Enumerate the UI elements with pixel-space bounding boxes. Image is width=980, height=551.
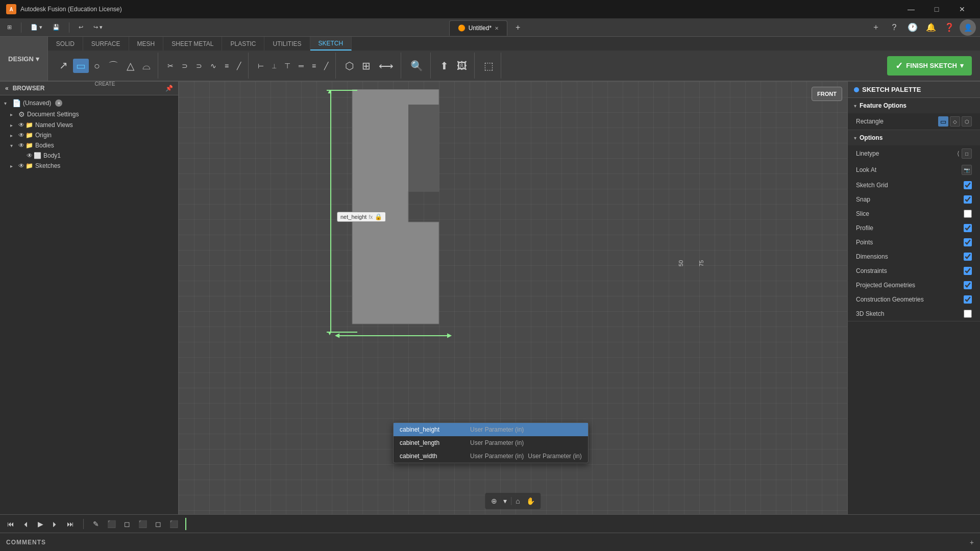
tree-named-views[interactable]: ▸ 👁 📁 Named Views: [0, 120, 178, 130]
construction-geometries-checkbox[interactable]: [964, 295, 972, 304]
viewport-tool-look[interactable]: ▾: [501, 495, 509, 507]
tab-sheet-metal[interactable]: SHEET METAL: [163, 37, 222, 51]
window-controls[interactable]: — □ ✕: [899, 0, 974, 18]
sketch-tool-3[interactable]: ◻: [121, 518, 133, 530]
tab-sketch[interactable]: SKETCH: [310, 37, 352, 51]
sketch-tool-6[interactable]: ⬛: [166, 518, 181, 530]
constraint6[interactable]: ╱: [321, 60, 331, 71]
viewport-tool-orbit[interactable]: ⊕: [489, 495, 499, 507]
view-cube[interactable]: FRONT: [812, 87, 842, 101]
create-arc-tool[interactable]: ⌒: [105, 59, 121, 73]
autocomplete-item-1[interactable]: cabinet_length User Parameter (in): [394, 436, 588, 449]
create-polygon-tool[interactable]: △: [124, 59, 137, 73]
select-tool[interactable]: ⬚: [481, 59, 497, 73]
sketch-tool-1[interactable]: ✎: [90, 518, 102, 530]
design-mode-button[interactable]: DESIGN ▾: [0, 37, 48, 81]
tree-root[interactable]: ▾ 📄 (Unsaved) ●: [0, 97, 178, 109]
new-tab-button[interactable]: +: [511, 21, 524, 34]
dimension-input[interactable]: net_height fx 🔒: [337, 212, 386, 222]
trim-tool[interactable]: ✂: [164, 60, 177, 71]
add-icon-button[interactable]: ＋: [868, 19, 884, 36]
play-back-button[interactable]: ⏮: [4, 518, 17, 530]
close-button[interactable]: ✕: [950, 0, 974, 18]
insert-image-tool[interactable]: 🖼: [454, 59, 470, 73]
projected-geometries-checkbox[interactable]: [964, 281, 972, 289]
sketch-tool-2[interactable]: ⬛: [104, 518, 119, 530]
play-prev-button[interactable]: ⏴: [19, 518, 33, 530]
notifications-button[interactable]: 🔔: [923, 19, 939, 36]
constraint4[interactable]: ═: [296, 60, 307, 71]
tab-utilities[interactable]: UTILITIES: [264, 37, 310, 51]
profile-checkbox[interactable]: [964, 224, 972, 232]
tab-surface[interactable]: SURFACE: [83, 37, 129, 51]
tree-origin[interactable]: ▸ 👁 📁 Origin: [0, 130, 178, 140]
play-end-button[interactable]: ⏭: [64, 518, 77, 530]
new-file-button[interactable]: 📄 ▾: [28, 22, 45, 33]
redo-button[interactable]: ↪ ▾: [90, 22, 106, 33]
configure-tool[interactable]: ⬡: [342, 59, 357, 73]
maximize-button[interactable]: □: [925, 0, 948, 18]
sketch-tool-4[interactable]: ⬛: [135, 518, 150, 530]
break-tool[interactable]: ⊃: [193, 60, 205, 71]
viewport-tool-pan[interactable]: ✋: [524, 495, 537, 507]
tab-mesh[interactable]: MESH: [129, 37, 164, 51]
insert-tool[interactable]: ⬆: [437, 59, 452, 73]
tab-solid[interactable]: SOLID: [48, 37, 83, 51]
dimensions-checkbox[interactable]: [964, 253, 972, 261]
rect-solid-btn[interactable]: ▭: [938, 116, 948, 127]
tree-bodies[interactable]: ▾ 👁 📁 Bodies: [0, 140, 178, 151]
help-button[interactable]: ❓: [941, 19, 958, 36]
minimize-button[interactable]: —: [899, 0, 923, 18]
viewport-tool-home[interactable]: ⌂: [513, 495, 522, 507]
tree-sketches[interactable]: ▸ 👁 📁 Sketches: [0, 161, 178, 171]
linetype-icon-btn[interactable]: □: [962, 148, 972, 159]
autocomplete-item-0[interactable]: cabinet_height User Parameter (in): [394, 423, 588, 436]
tab-plastic[interactable]: PLASTIC: [222, 37, 264, 51]
points-checkbox[interactable]: [964, 238, 972, 246]
play-next-button[interactable]: ⏵: [48, 518, 62, 530]
active-tab[interactable]: 🟠 Untitled* ✕: [449, 20, 507, 36]
create-circle-tool[interactable]: ○: [91, 59, 103, 73]
viewport[interactable]: FRONT ▲ ▼ ◀ ▶ 50 75 net_height fx 🔒: [179, 82, 847, 514]
dimension-tool[interactable]: ⟷: [376, 59, 397, 73]
comments-add-button[interactable]: +: [970, 538, 974, 546]
table-tool[interactable]: ⊞: [359, 59, 374, 73]
create-rectangle-tool[interactable]: ▭: [73, 59, 89, 73]
curve-tool[interactable]: ∿: [207, 60, 219, 71]
sketch-grid-checkbox[interactable]: [964, 181, 972, 189]
sketch-tool-5[interactable]: ◻: [152, 518, 164, 530]
constraint1[interactable]: ⊢: [255, 60, 267, 71]
look-at-btn[interactable]: 📷: [962, 165, 972, 175]
browser-collapse-icon[interactable]: «: [5, 85, 9, 92]
user-avatar[interactable]: 👤: [960, 19, 976, 36]
create-line-tool[interactable]: ↗: [56, 58, 71, 73]
play-button[interactable]: ▶: [35, 518, 46, 530]
slice-checkbox[interactable]: [964, 210, 972, 218]
rect-center-btn[interactable]: ⬡: [962, 116, 972, 127]
mirror-tool[interactable]: ╱: [234, 60, 244, 71]
undo-button[interactable]: ↩: [76, 22, 86, 33]
tree-document-settings[interactable]: ▸ ⚙ Document Settings: [0, 109, 178, 120]
options-header[interactable]: ▾ Options: [848, 130, 980, 145]
extend-tool[interactable]: ⊃: [179, 60, 191, 71]
rect-corner-btn[interactable]: ◇: [950, 116, 960, 127]
inspect-tool[interactable]: 🔍: [407, 59, 426, 73]
constraint3[interactable]: ⊤: [281, 60, 293, 71]
save-button[interactable]: 💾: [50, 22, 63, 33]
recent-button[interactable]: 🕐: [904, 19, 921, 36]
create-fillet-tool[interactable]: ⌓: [139, 59, 154, 73]
feature-options-header[interactable]: ▾ Feature Options: [848, 98, 980, 113]
tutorials-button[interactable]: ?: [886, 19, 902, 36]
constraint2[interactable]: ⟂: [269, 60, 279, 71]
tree-body1[interactable]: 👁 ⬜ Body1: [0, 151, 178, 161]
snap-checkbox[interactable]: [964, 195, 972, 204]
autocomplete-item-2[interactable]: cabinet_width User Parameter (in) User P…: [394, 449, 588, 463]
grid-menu-button[interactable]: ⊞: [4, 22, 15, 33]
tab-close-button[interactable]: ✕: [495, 26, 499, 31]
constraint5[interactable]: ≡: [309, 60, 319, 71]
offset-tool[interactable]: ≡: [222, 60, 232, 71]
constraints-checkbox[interactable]: [964, 267, 972, 275]
finish-sketch-button[interactable]: ✓ FINISH SKETCH ▾: [887, 56, 972, 76]
browser-pin-icon[interactable]: 📌: [165, 85, 173, 92]
3d-sketch-checkbox[interactable]: [964, 310, 972, 318]
